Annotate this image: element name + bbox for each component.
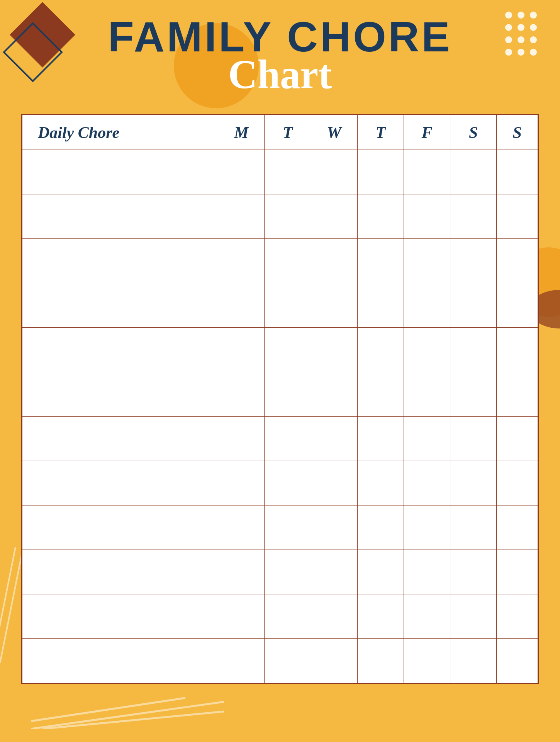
day-cell[interactable] [404,594,450,639]
day-cell[interactable] [497,594,538,639]
chore-cell[interactable] [22,550,218,594]
chore-cell[interactable] [22,639,218,683]
day-cell[interactable] [357,239,404,283]
day-cell[interactable] [311,328,357,372]
day-cell[interactable] [218,372,265,417]
chore-cell[interactable] [22,328,218,372]
chore-cell[interactable] [22,239,218,283]
day-cell[interactable] [265,239,311,283]
day-cell[interactable] [311,372,357,417]
day-cell[interactable] [265,328,311,372]
day-cell[interactable] [357,372,404,417]
day-cell[interactable] [497,194,538,239]
day-cell[interactable] [265,150,311,194]
day-cell[interactable] [311,505,357,550]
day-cell[interactable] [450,594,497,639]
day-cell[interactable] [218,550,265,594]
table-row [22,194,538,239]
day-cell[interactable] [311,239,357,283]
day-cell[interactable] [265,505,311,550]
day-cell[interactable] [450,194,497,239]
day-cell[interactable] [450,505,497,550]
day-cell[interactable] [357,194,404,239]
day-cell[interactable] [265,194,311,239]
chore-cell[interactable] [22,194,218,239]
day-cell[interactable] [218,461,265,505]
deco-lines-left [0,547,23,665]
chore-cell[interactable] [22,283,218,328]
day-cell[interactable] [450,639,497,683]
day-cell[interactable] [311,194,357,239]
chore-cell[interactable] [22,505,218,550]
day-cell[interactable] [357,417,404,461]
day-cell[interactable] [311,594,357,639]
day-cell[interactable] [265,594,311,639]
day-cell[interactable] [497,372,538,417]
day-cell[interactable] [218,328,265,372]
chore-cell[interactable] [22,372,218,417]
day-cell[interactable] [311,639,357,683]
day-cell[interactable] [497,417,538,461]
day-cell[interactable] [404,639,450,683]
day-cell[interactable] [218,639,265,683]
day-cell[interactable] [357,328,404,372]
day-cell[interactable] [404,505,450,550]
deco-lines-bottom [31,690,224,730]
day-cell[interactable] [357,461,404,505]
day-cell[interactable] [497,550,538,594]
day-cell[interactable] [218,505,265,550]
day-cell[interactable] [450,283,497,328]
day-cell[interactable] [450,150,497,194]
chore-cell[interactable] [22,461,218,505]
day-cell[interactable] [265,461,311,505]
day-cell[interactable] [357,283,404,328]
day-cell[interactable] [357,594,404,639]
day-cell[interactable] [497,328,538,372]
day-cell[interactable] [357,150,404,194]
day-cell[interactable] [450,461,497,505]
day-cell[interactable] [404,550,450,594]
day-cell[interactable] [265,417,311,461]
day-cell[interactable] [218,417,265,461]
day-cell[interactable] [311,283,357,328]
day-cell[interactable] [265,550,311,594]
day-cell[interactable] [450,328,497,372]
day-cell[interactable] [404,417,450,461]
day-cell[interactable] [265,283,311,328]
day-cell[interactable] [357,505,404,550]
day-cell[interactable] [497,505,538,550]
day-cell[interactable] [497,150,538,194]
day-cell[interactable] [450,550,497,594]
day-cell[interactable] [404,283,450,328]
day-cell[interactable] [357,550,404,594]
day-cell[interactable] [450,239,497,283]
day-cell[interactable] [265,639,311,683]
day-cell[interactable] [311,461,357,505]
day-cell[interactable] [311,417,357,461]
table-row [22,505,538,550]
day-cell[interactable] [404,372,450,417]
day-cell[interactable] [404,461,450,505]
day-cell[interactable] [218,283,265,328]
day-cell[interactable] [497,283,538,328]
day-cell[interactable] [218,150,265,194]
day-cell[interactable] [404,239,450,283]
day-cell[interactable] [404,194,450,239]
day-cell[interactable] [497,239,538,283]
day-cell[interactable] [497,461,538,505]
day-cell[interactable] [497,639,538,683]
chore-cell[interactable] [22,417,218,461]
chore-cell[interactable] [22,150,218,194]
day-cell[interactable] [218,239,265,283]
day-cell[interactable] [404,328,450,372]
chore-cell[interactable] [22,594,218,639]
day-cell[interactable] [450,417,497,461]
day-cell[interactable] [311,550,357,594]
day-cell[interactable] [218,194,265,239]
day-cell[interactable] [404,150,450,194]
day-cell[interactable] [311,150,357,194]
day-cell[interactable] [357,639,404,683]
day-cell[interactable] [450,372,497,417]
day-cell[interactable] [265,372,311,417]
day-cell[interactable] [218,594,265,639]
